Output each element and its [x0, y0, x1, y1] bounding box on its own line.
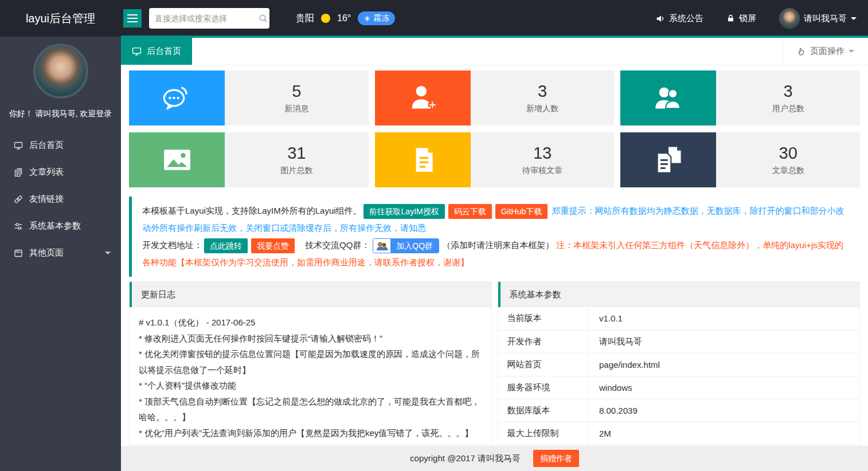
sliders-icon [14, 222, 23, 231]
monitor-icon [132, 46, 142, 56]
stat-label: 待审核文章 [522, 166, 562, 176]
stat-label: 新增人数 [526, 104, 558, 114]
user-avatar[interactable] [779, 8, 800, 29]
sidebar-item-system-params[interactable]: 系统基本参数 [0, 213, 121, 240]
table-row: 当前版本 v1.0.1 [498, 307, 860, 330]
stat-card-new-messages[interactable]: 5 新消息 [129, 70, 369, 125]
stat-card-pending-articles[interactable]: 13 待审核文章 [375, 132, 615, 187]
sidebar: 你好！ 请叫我马哥, 欢迎登录 后台首页 文章列表 友情链接 [0, 37, 121, 471]
weather-temp: 16° [337, 13, 351, 23]
chevron-down-icon [105, 252, 111, 257]
copyright-text: copyright @2017 请叫我马哥 [410, 453, 521, 464]
weather-city: 贵阳 [296, 13, 314, 25]
document-icon [14, 168, 23, 177]
stat-card-info: 3 用户总数 [716, 70, 860, 125]
stat-card-total-articles[interactable]: 30 文章总数 [620, 132, 860, 187]
param-value: 2M [589, 422, 860, 445]
user-menu[interactable]: 请叫我马哥 [768, 0, 868, 37]
app-logo: layui后台管理 [0, 11, 121, 26]
param-value: 8.00.2039 [589, 399, 860, 422]
system-params-panel: 系统基本参数 当前版本 v1.0.1 开发作者 请叫我马哥 [498, 281, 861, 445]
header-accent-line [121, 36, 868, 37]
lock-screen-button[interactable]: 锁屏 [715, 0, 768, 37]
param-name: 数据库版本 [498, 399, 589, 422]
stat-label: 用户总数 [772, 104, 804, 114]
like-button[interactable]: 我要点赞 [251, 238, 295, 253]
docs-label: 开发文档地址： [142, 240, 202, 250]
app-window-icon [14, 249, 23, 258]
search-select[interactable] [149, 8, 269, 29]
stat-value: 30 [779, 144, 797, 163]
join-qq-group-button[interactable]: 加入QQ群 [373, 238, 439, 253]
update-log-title: 更新日志 [130, 282, 491, 307]
sidebar-greeting: 你好！ 请叫我马哥, 欢迎登录 [0, 109, 121, 119]
table-row: 服务器环境 windows [498, 376, 860, 399]
header-right-nav: 系统公告 锁屏 请叫我马哥 [644, 0, 868, 37]
stat-value: 3 [784, 82, 793, 101]
get-layim-license-button[interactable]: 前往获取LayIM授权 [363, 204, 445, 219]
weather-frost-badge: 霜冻 [358, 11, 395, 25]
param-name: 服务器环境 [498, 376, 589, 399]
table-row: 数据库版本 8.00.2039 [498, 399, 860, 422]
tab-home[interactable]: 后台首页 [121, 38, 192, 65]
hand-pointer-icon [797, 47, 806, 56]
top-header: layui后台管理 贵阳 16° 霜冻 [0, 0, 868, 37]
tab-bar: 后台首页 页面操作 [121, 37, 868, 65]
stat-value: 13 [533, 144, 552, 163]
sidebar-item-other-pages[interactable]: 其他页面 [0, 240, 121, 266]
log-line: * 顶部天气信息自动判断位置【忘记之前是怎么想的做成北京的了，可能是我在大首都吧… [139, 394, 482, 425]
stat-label: 图片总数 [280, 166, 312, 176]
docs-jump-button[interactable]: 点此跳转 [204, 238, 248, 253]
log-line: * “个人资料”提供修改功能 [139, 378, 482, 394]
stat-label: 新消息 [284, 104, 308, 114]
stat-card-total-users[interactable]: 3 用户总数 [620, 70, 860, 125]
stat-value: 31 [287, 144, 306, 163]
files-icon [620, 132, 716, 187]
stat-value: 5 [292, 82, 301, 101]
qq-note: （添加时请注明来自本框架） [442, 240, 554, 250]
chat-icon [129, 70, 225, 125]
sidebar-item-home[interactable]: 后台首页 [0, 132, 121, 159]
stat-card-total-images[interactable]: 31 图片总数 [129, 132, 369, 187]
gitee-download-button[interactable]: 码云下载 [448, 204, 492, 219]
stat-value: 3 [538, 82, 547, 101]
table-row: 开发作者 请叫我马哥 [498, 330, 860, 353]
github-download-button[interactable]: GitHub下载 [495, 204, 548, 219]
image-icon [129, 132, 225, 187]
lock-icon [726, 14, 735, 23]
stat-card-new-users[interactable]: 3 新增人数 [375, 70, 615, 125]
file-icon [375, 132, 471, 187]
param-name: 最大上传限制 [498, 422, 589, 445]
qq-group-icon [373, 239, 390, 253]
user-name: 请叫我马哥 [804, 13, 847, 24]
log-line: * 修改刚进入页面无任何操作时按回车键提示“请输入解锁密码！” [139, 331, 482, 347]
param-name: 当前版本 [498, 307, 589, 330]
stat-card-info: 5 新消息 [225, 70, 369, 125]
log-line: * 优化“用户列表”无法查询到新添加的用户【竟然是因为我把key值写错了，该死。… [139, 425, 482, 441]
sidebar-avatar[interactable] [33, 44, 88, 99]
page-actions-dropdown[interactable]: 页面操作 [783, 38, 868, 65]
link-icon [14, 195, 23, 204]
speaker-icon [655, 14, 665, 23]
donate-button[interactable]: 捐赠作者 [533, 450, 579, 467]
hamburger-menu-button[interactable] [123, 9, 142, 28]
sidebar-item-links[interactable]: 友情链接 [0, 186, 121, 213]
search-icon[interactable] [259, 14, 268, 23]
users-icon [620, 70, 716, 125]
param-name: 开发作者 [498, 330, 589, 353]
qq-group-label: 技术交流QQ群： [305, 240, 370, 250]
system-announcement-button[interactable]: 系统公告 [644, 0, 715, 37]
sidebar-item-articles[interactable]: 文章列表 [0, 159, 121, 186]
stat-card-info: 31 图片总数 [225, 132, 369, 187]
table-row: 网站首页 page/index.html [498, 353, 860, 376]
search-input[interactable] [155, 14, 259, 23]
page-content: 5 新消息 3 [121, 65, 868, 446]
app-root: layui后台管理 贵阳 16° 霜冻 [0, 0, 868, 471]
stat-card-info: 3 新增人数 [471, 70, 615, 125]
stat-card-info: 30 文章总数 [716, 132, 860, 187]
notice-paragraph-2: 开发文档地址：点此跳转我要点赞 技术交流QQ群：加入QQ群（添加时请注明来自本框… [142, 237, 850, 271]
stat-label: 文章总数 [772, 166, 804, 176]
sidebar-menu: 后台首页 文章列表 友情链接 系统基本参数 [0, 132, 121, 266]
stat-cards: 5 新消息 3 [129, 70, 860, 187]
chevron-down-icon [851, 17, 857, 23]
